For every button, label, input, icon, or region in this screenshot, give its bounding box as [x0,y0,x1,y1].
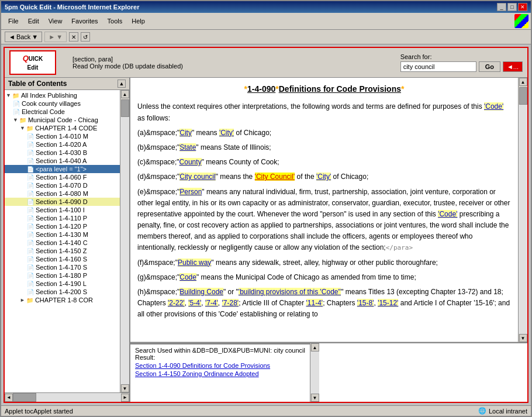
minimize-button[interactable]: _ [497,3,506,11]
back-search-button[interactable]: ◄... [503,61,523,72]
toc-item-s040[interactable]: Section 1-4-040 A [5,157,120,165]
toc-item-s200[interactable]: Section 1-4-200 S [5,288,120,296]
toc-scroll-track[interactable] [120,117,129,384]
link-state[interactable]: State [179,143,196,151]
link-county[interactable]: County [179,158,202,166]
toc-item-electrical[interactable]: Electrical Code [5,108,120,116]
search-scroll-track[interactable] [310,351,319,394]
toc-item-s020[interactable]: Section 1-4-020 A [5,140,120,149]
link-7-28[interactable]: '7-28' [222,299,239,307]
menu-file[interactable]: File [4,16,23,26]
toc-item-s030[interactable]: Section 1-4-030 B [5,149,120,157]
toc-item-s140[interactable]: Section 1-4-140 C [5,239,120,247]
toc-hscroll-right[interactable]: ► [121,394,129,402]
link-7-4[interactable]: '7-4' [205,299,218,307]
toc-item-para[interactable]: <para level = "1"> [5,165,120,173]
mode-line2: Read Only mode (DB update disabled) [72,63,396,70]
logo-q: Q [23,54,29,63]
toc-item-s060[interactable]: Section 1-4-060 F [5,173,120,181]
menu-favorites[interactable]: Favorites [67,16,102,26]
title-bar: 5pm Quick Edit - Microsoft Internet Expl… [1,1,531,13]
link-city-3[interactable]: 'City' [316,173,331,181]
menu-tools[interactable]: Tools [103,16,127,26]
link-city-1[interactable]: City [179,129,192,137]
toc-tree[interactable]: ▼ All Index Publishing Cook county villa… [5,90,120,392]
back-button[interactable]: ◄ Back ▼ [5,32,42,42]
toc-item-s010[interactable]: Section 1-4-010 M [5,132,120,140]
toc-hscroll-thumb[interactable] [13,393,36,402]
search-input[interactable] [400,61,476,72]
windows-logo [514,14,528,28]
link-public-way[interactable]: Public way [178,259,211,267]
link-city-council-2[interactable]: 'City Council' [255,173,295,181]
maximize-button[interactable]: □ [507,3,517,11]
link-11-4[interactable]: '11-4' [306,299,323,307]
toc-item-s080[interactable]: Section 1-4-080 M [5,189,120,198]
link-building-provisions[interactable]: 'building provisions of this 'Code'' [239,288,341,296]
toc-item-s190[interactable]: Section 1-4-190 L [5,280,120,288]
link-code-2[interactable]: 'Code' [438,210,457,218]
refresh-button[interactable]: ↺ [81,32,90,42]
content-main[interactable]: *1-4-090*Definitions for Code Provisions… [130,78,518,342]
content-scroll-up[interactable]: ▲ [519,78,527,86]
toc-label-municipal: Municipal Code - Chicag [28,116,98,123]
toc-item-s110[interactable]: Section 1-4-110 P [5,214,120,222]
link-city-2[interactable]: 'City' [219,129,234,137]
link-city-council-1[interactable]: City council [179,173,215,181]
toc-item-s150[interactable]: Section 1-4-150 Z [5,247,120,255]
menu-help[interactable]: Help [127,16,150,26]
content-scroll-down[interactable]: ▼ [519,334,527,342]
expand-icon: ► [20,297,25,303]
search-scroll-down[interactable]: ▼ [311,394,319,402]
link-code-1[interactable]: 'Code' [484,102,503,111]
toc-item-cook[interactable]: Cook county villages [5,99,120,108]
go-button[interactable]: Go [479,61,500,72]
toc-scroll-down-arrow[interactable]: ▼ [121,384,129,392]
link-building-code[interactable]: Building Code [179,288,223,296]
menu-edit[interactable]: Edit [23,16,44,26]
toc-item-s180[interactable]: Section 1-4-180 P [5,271,120,280]
search-result-link-1[interactable]: Section 1-4-090 Definitions for Code Pro… [135,362,305,369]
toc-item-municipal[interactable]: ▼ Municipal Code - Chicag [5,116,120,124]
stop-button[interactable]: ✕ [69,32,78,42]
toc-item-chapter18[interactable]: ► CHAPTER 1-8 COR [5,296,120,304]
toc-hscroll-track[interactable] [13,393,121,402]
toc-item-s070[interactable]: Section 1-4-070 D [5,181,120,189]
toc-scroll-up[interactable]: ▲ [118,80,126,88]
link-15-8[interactable]: '15-8' [357,299,374,307]
toc-hscroll[interactable]: ◄ ► [5,392,129,402]
para-g: (g)&mspace;"Code" means the Municipal Co… [137,272,511,283]
link-2-22[interactable]: '2-22' [168,299,185,307]
toc-scrollbar[interactable]: ▲ ▼ [120,90,129,392]
toc-item-s170[interactable]: Section 1-4-170 S [5,263,120,271]
toc-item-chapter14[interactable]: ▼ CHAPTER 1-4 CODE [5,124,120,132]
link-15-12[interactable]: '15-12' [378,299,398,307]
file-icon [27,174,34,181]
toc-label-cook: Cook county villages [22,100,81,107]
toc-hscroll-left[interactable]: ◄ [5,394,13,402]
toc-item-s100[interactable]: Section 1-4-100 I [5,206,120,214]
link-person[interactable]: Person [179,188,202,196]
menu-view[interactable]: View [44,16,67,26]
content-scroll-thumb[interactable] [519,87,527,105]
search-scroll-up[interactable]: ▲ [311,343,319,351]
file-icon [27,256,34,263]
link-5-4[interactable]: '5-4' [188,299,201,307]
file-icon [27,264,34,271]
toc-item-s090[interactable]: Section 1-4-090 D [5,198,120,206]
toc-item-s160[interactable]: Section 1-4-160 S [5,255,120,263]
toc-scroll-up-arrow[interactable]: ▲ [121,90,129,98]
forward-button[interactable]: ► ▼ [44,32,67,42]
search-scrollbar[interactable]: ▲ ▼ [310,343,319,402]
search-result-link-2[interactable]: Section 1-4-150 Zoning Ordinance Adopted [135,370,305,377]
close-button[interactable]: ✕ [518,3,527,11]
content-scrollbar[interactable]: ▲ ▼ [518,78,527,342]
toc-item-all-index[interactable]: ▼ All Index Publishing [5,91,120,99]
para-c: (c)&mspace;"County" means County of Cook… [137,157,511,168]
refresh-icon: ↺ [83,34,88,40]
link-code-3[interactable]: Code [179,273,196,281]
toc-scroll-thumb[interactable] [121,99,129,117]
content-scroll-track[interactable] [519,105,527,334]
toc-item-s130[interactable]: Section 1-4-130 M [5,230,120,239]
toc-item-s120[interactable]: Section 1-4-120 P [5,222,120,230]
